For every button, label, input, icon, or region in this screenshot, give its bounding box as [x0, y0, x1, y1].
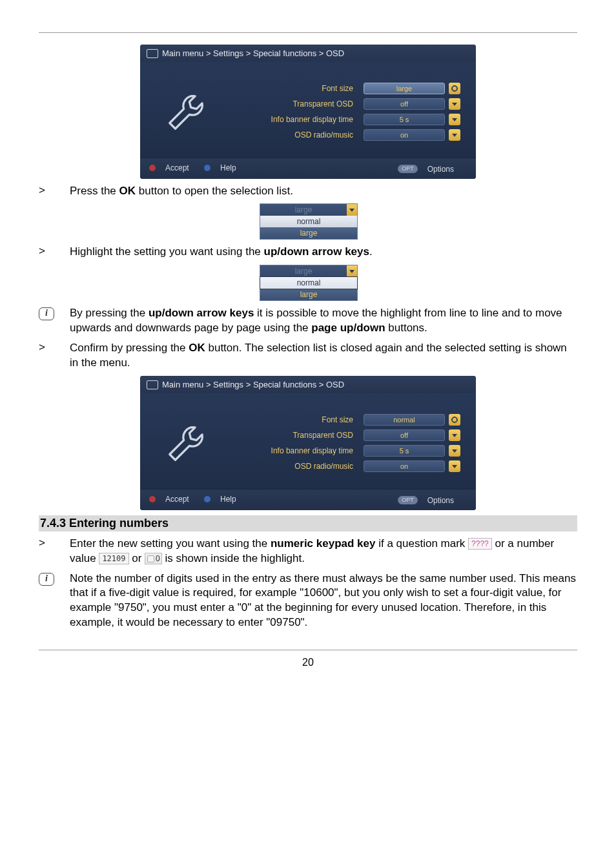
step-highlight-arrows: Highlight the setting you want using the…	[70, 245, 577, 260]
dd-option-normal: normal	[260, 216, 357, 227]
osd-window-1: Main menu > Settings > Special functions…	[140, 45, 476, 179]
dd-head: large	[260, 265, 347, 277]
footer-options: OPTOptions	[398, 496, 460, 505]
arrow-down-icon	[449, 429, 460, 441]
footer-accept: Accept	[149, 163, 196, 172]
label-radio: OSD radio/music	[229, 130, 364, 139]
osd-row-banner: Info banner display time 5 s	[229, 445, 460, 457]
blue-dot-icon	[204, 165, 210, 171]
value-banner: 5 s	[364, 114, 445, 125]
blue-dot-icon	[204, 496, 210, 502]
value-font-size: normal	[364, 414, 445, 426]
wrench-icon	[164, 89, 209, 134]
tv-icon	[147, 380, 158, 389]
value-transparent: off	[364, 429, 445, 441]
bullet-gt: >	[39, 184, 70, 197]
footer-options: OPTOptions	[398, 165, 460, 174]
label-radio: OSD radio/music	[229, 462, 364, 471]
footer-accept: Accept	[149, 495, 196, 504]
value-font-size: large	[364, 83, 445, 94]
badge-zero: 0	[145, 553, 162, 564]
rule-bottom	[39, 650, 577, 650]
brightness-icon	[449, 414, 460, 426]
dropdown-list-2: large normal large	[260, 265, 358, 301]
footer-help: Help	[204, 495, 243, 504]
label-transparent: Transparent OSD	[229, 99, 364, 108]
osd-breadcrumb: Main menu > Settings > Special functions…	[140, 376, 476, 393]
badge-number: 12109	[99, 553, 128, 564]
dd-option-large: large	[260, 289, 357, 300]
osd-breadcrumb: Main menu > Settings > Special functions…	[140, 45, 476, 62]
value-banner: 5 s	[364, 445, 445, 457]
info-icon: i	[39, 573, 54, 586]
arrow-down-icon	[347, 265, 357, 277]
info-digit-count: Note the number of digits used in the en…	[70, 572, 577, 631]
footer-help: Help	[204, 163, 243, 172]
osd-row-radio: OSD radio/music on	[229, 129, 460, 141]
red-dot-icon	[149, 165, 156, 171]
osd-row-radio: OSD radio/music on	[229, 460, 460, 472]
brightness-icon	[449, 83, 460, 94]
arrow-down-icon	[449, 114, 460, 125]
step-press-ok: Press the OK button to open the selectio…	[70, 184, 577, 199]
breadcrumb-text: Main menu > Settings > Special functions…	[162, 380, 344, 389]
page-number: 20	[39, 657, 577, 668]
osd-row-banner: Info banner display time 5 s	[229, 114, 460, 125]
label-transparent: Transparent OSD	[229, 431, 364, 440]
value-radio: on	[364, 460, 445, 472]
badge-question-marks: ????	[468, 538, 492, 550]
arrow-down-icon	[347, 204, 357, 216]
bullet-gt: >	[39, 537, 70, 550]
arrow-down-icon	[449, 129, 460, 141]
info-arrow-keys: By pressing the up/down arrow keys it is…	[70, 306, 577, 336]
step-numeric-keypad: Enter the new setting you want using the…	[70, 537, 577, 566]
step-confirm-ok: Confirm by pressing the OK button. The s…	[70, 341, 577, 371]
breadcrumb-text: Main menu > Settings > Special functions…	[162, 48, 344, 58]
info-icon: i	[39, 307, 54, 320]
dd-option-normal-selected: normal	[260, 276, 358, 289]
bullet-gt: >	[39, 341, 70, 354]
opt-pill-icon: OPT	[398, 165, 418, 173]
section-heading: 7.4.3 Entering numbers	[39, 515, 577, 531]
label-banner: Info banner display time	[229, 446, 364, 455]
label-font-size: Font size	[229, 415, 364, 424]
rule-top	[39, 32, 577, 33]
arrow-down-icon	[449, 460, 460, 472]
tv-icon	[147, 49, 158, 58]
label-font-size: Font size	[229, 84, 364, 93]
dropdown-list-1: large normal large	[260, 203, 358, 240]
osd-row-transparent: Transparent OSD off	[229, 98, 460, 110]
value-radio: on	[364, 129, 445, 141]
opt-pill-icon: OPT	[398, 496, 418, 504]
arrow-down-icon	[449, 98, 460, 110]
osd-row-fontsize: Font size normal	[229, 414, 460, 426]
bullet-gt: >	[39, 245, 70, 258]
arrow-down-icon	[449, 445, 460, 457]
red-dot-icon	[149, 496, 156, 502]
osd-window-2: Main menu > Settings > Special functions…	[140, 376, 476, 510]
wrench-icon	[164, 420, 209, 466]
dd-option-large: large	[260, 227, 357, 239]
dd-head: large	[260, 204, 347, 216]
value-transparent: off	[364, 98, 445, 110]
label-banner: Info banner display time	[229, 115, 364, 124]
osd-row-fontsize: Font size large	[229, 83, 460, 94]
osd-row-transparent: Transparent OSD off	[229, 429, 460, 441]
